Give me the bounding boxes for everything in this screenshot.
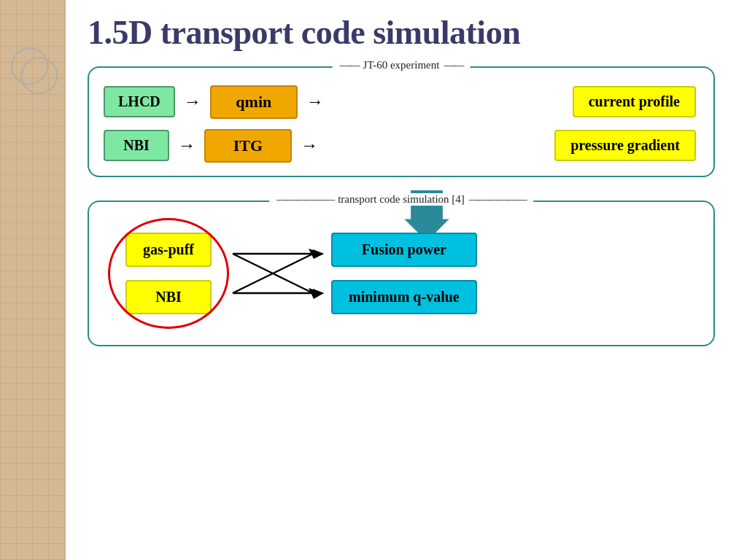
- fusion-power-box: Fusion power: [331, 233, 477, 267]
- qmin-box: qmin: [210, 85, 298, 119]
- cross-arrows: [229, 233, 331, 314]
- bottom-diagram-box: transport code simulation [4] gas-puff N…: [88, 201, 715, 346]
- gas-puff-box: gas-puff: [125, 233, 212, 267]
- itg-box: ITG: [204, 129, 292, 163]
- arrow-4: →: [301, 136, 318, 155]
- pressure-gradient-box: pressure gradient: [554, 130, 696, 161]
- current-profile-box: current profile: [573, 86, 696, 117]
- arrow-3: →: [178, 136, 196, 155]
- diagram-row-1: LHCD → qmin → current profile: [104, 85, 696, 119]
- nbi-box-top: NBI: [104, 130, 169, 161]
- left-decorative-panel: [0, 0, 66, 560]
- arrow-2: →: [306, 92, 324, 112]
- svg-point-0: [12, 48, 47, 84]
- diagram-rows: LHCD → qmin → current profile NBI → ITG …: [104, 81, 696, 163]
- top-diagram-box: JT-60 experiment LHCD → qmin → current p…: [88, 66, 715, 177]
- output-boxes: Fusion power minimum q-value: [331, 233, 477, 314]
- arrow-1: →: [184, 92, 201, 112]
- circle-decoration: [7, 44, 58, 95]
- bottom-inner: gas-puff NBI: [108, 218, 692, 329]
- minimum-q-value-box: minimum q-value: [331, 280, 477, 314]
- bottom-box-label: transport code simulation [4]: [269, 193, 533, 206]
- red-circle-inputs: gas-puff NBI: [108, 218, 229, 329]
- lhcd-box: LHCD: [104, 86, 175, 117]
- svg-point-1: [21, 58, 57, 93]
- nbi-box-bottom: NBI: [125, 280, 212, 314]
- main-content: 1.5D transport code simulation JT-60 exp…: [66, 0, 747, 560]
- top-box-label: JT-60 experiment: [333, 59, 471, 71]
- diagram-row-2: NBI → ITG → pressure gradient: [104, 129, 696, 163]
- page-title: 1.5D transport code simulation: [88, 15, 520, 52]
